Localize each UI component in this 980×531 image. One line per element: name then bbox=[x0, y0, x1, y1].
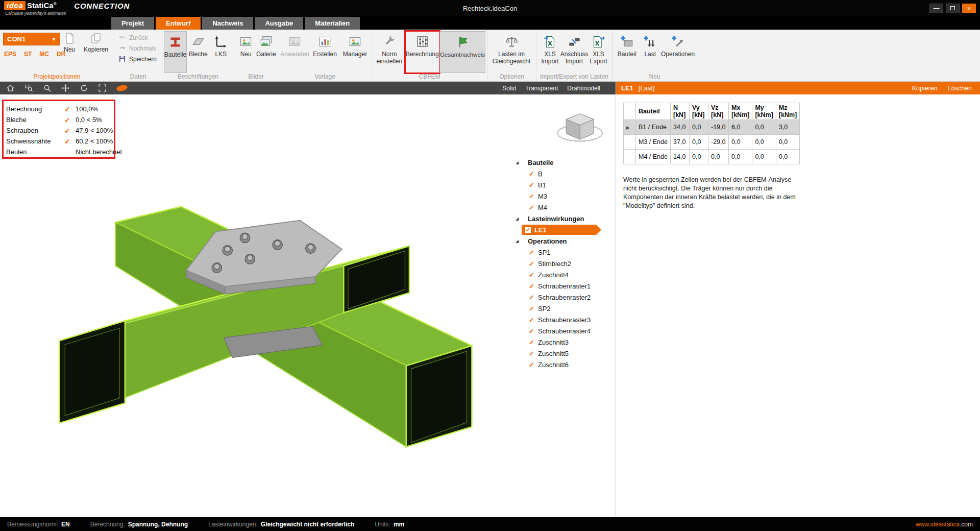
cell-n[interactable]: 37,0 bbox=[671, 135, 690, 150]
tree-item-schraubenraster4[interactable]: ✓ Schraubenraster4 bbox=[516, 325, 608, 336]
labels-lcs-button[interactable]: LKS bbox=[210, 31, 233, 73]
zoom-fit-icon[interactable] bbox=[98, 84, 107, 92]
zoom-window-icon[interactable] bbox=[24, 84, 33, 92]
overall-check-button[interactable]: Gesamtnachweis bbox=[439, 31, 485, 73]
tab-ausgabe[interactable]: Ausgabe bbox=[255, 17, 303, 30]
cell-mz[interactable]: 0,0 bbox=[776, 135, 799, 150]
redo-button[interactable]: Nochmals bbox=[116, 43, 160, 54]
viewport-3d[interactable]: Solid Transparent Drahtmodell bbox=[0, 82, 616, 517]
selected-load-banner[interactable]: ✓ LE1 bbox=[522, 225, 596, 235]
cell-bauteil[interactable]: M3 / Ende bbox=[636, 135, 671, 150]
minimize-button[interactable]: — bbox=[929, 4, 943, 13]
tree-item-stirnblech2[interactable]: ✓ Stirnblech2 bbox=[516, 258, 608, 269]
undo-button[interactable]: Zurück bbox=[116, 32, 160, 43]
checkbox-checked-icon[interactable]: ✓ bbox=[525, 227, 531, 233]
row-selector-cell[interactable] bbox=[624, 150, 636, 164]
save-button[interactable]: Speichern bbox=[116, 54, 160, 64]
cell-n[interactable]: 14,0 bbox=[671, 150, 690, 164]
template-apply-button[interactable]: Anwenden bbox=[280, 31, 310, 73]
cell-my[interactable]: 0,0 bbox=[752, 135, 776, 150]
project-item-selector[interactable]: CON1 ▼ bbox=[3, 33, 60, 45]
copy-item-button[interactable]: Kopieren bbox=[84, 32, 108, 53]
table-row[interactable]: M4 / Ende 14,0 0,0 0,0 0,0 0,0 0,0 bbox=[624, 150, 800, 164]
new-operation-button[interactable]: Operationen bbox=[660, 31, 695, 73]
delete-load-button[interactable]: Löschen bbox=[948, 85, 972, 92]
maximize-button[interactable] bbox=[946, 4, 960, 13]
new-load-button[interactable]: Last bbox=[640, 31, 660, 73]
cell-vy[interactable]: 0,0 bbox=[690, 135, 708, 150]
code-st[interactable]: ST bbox=[24, 51, 32, 58]
loads-in-equilibrium-button[interactable]: Lasten im Gleichgewicht bbox=[489, 31, 534, 73]
row-selector-cell[interactable] bbox=[624, 135, 636, 150]
expander-icon[interactable]: ◢ bbox=[516, 216, 523, 221]
cell-vz[interactable]: 0,0 bbox=[708, 150, 729, 164]
tree-section-operationen[interactable]: ◢ Operationen bbox=[516, 235, 608, 247]
expander-icon[interactable]: ◢ bbox=[516, 160, 523, 165]
cell-mz[interactable]: 3,0 bbox=[776, 120, 799, 135]
new-member-button[interactable]: Bauteil bbox=[614, 31, 640, 73]
tree-item-zuschnitt6[interactable]: ✓ Zuschnitt6 bbox=[516, 359, 608, 370]
tree-item-b1[interactable]: ✓ B1 bbox=[516, 179, 608, 190]
cell-vy[interactable]: 0,0 bbox=[690, 150, 708, 164]
gallery-button[interactable]: Galerie bbox=[256, 31, 277, 73]
home-view-icon[interactable] bbox=[6, 84, 15, 92]
tree-item-b[interactable]: ✓ B bbox=[516, 168, 608, 179]
render-style-icon[interactable] bbox=[116, 84, 128, 92]
row-selector-cell[interactable]: ▶ bbox=[624, 120, 636, 135]
table-row[interactable]: M3 / Ende 37,0 0,0 -29,0 0,0 0,0 0,0 bbox=[624, 135, 800, 150]
tree-item-zuschnitt4[interactable]: ✓ Zuschnitt4 bbox=[516, 269, 608, 280]
pan-icon[interactable] bbox=[61, 84, 70, 92]
tree-section-bauteile[interactable]: ◢ Bauteile bbox=[516, 157, 608, 168]
new-picture-button[interactable]: Neu bbox=[236, 31, 256, 73]
close-button[interactable]: × bbox=[962, 4, 976, 13]
xls-export-button[interactable]: XLS Export bbox=[586, 31, 610, 73]
template-create-button[interactable]: Erstellen bbox=[310, 31, 340, 73]
tree-item-schraubenraster3[interactable]: ✓ Schraubenraster3 bbox=[516, 314, 608, 325]
zoom-icon[interactable] bbox=[43, 84, 52, 92]
labels-members-button[interactable]: Bauteile bbox=[164, 31, 187, 73]
mode-transparent[interactable]: Transparent bbox=[525, 85, 558, 92]
tree-item-schraubenraster1[interactable]: ✓ Schraubenraster1 bbox=[516, 280, 608, 292]
labels-plates-button[interactable]: Bleche bbox=[187, 31, 210, 73]
tree-item-m3[interactable]: ✓ M3 bbox=[516, 190, 608, 202]
tree-section-lasteinwirkungen[interactable]: ◢ Lasteinwirkungen bbox=[516, 213, 608, 224]
cell-mz[interactable]: 0,0 bbox=[776, 150, 799, 164]
cell-bauteil[interactable]: B1 / Ende bbox=[636, 120, 671, 135]
expander-icon[interactable]: ◢ bbox=[516, 239, 523, 244]
copy-load-button[interactable]: Kopieren bbox=[912, 85, 938, 92]
code-mc[interactable]: MC bbox=[39, 51, 49, 58]
rotate-view-icon[interactable] bbox=[80, 84, 88, 92]
orientation-cube[interactable] bbox=[557, 114, 602, 141]
cell-vz[interactable]: -29,0 bbox=[708, 135, 729, 150]
code-setup-button[interactable]: Norm einstellen bbox=[374, 31, 405, 73]
tab-materialien[interactable]: Materialien bbox=[305, 17, 360, 30]
mode-solid[interactable]: Solid bbox=[502, 85, 516, 92]
cell-bauteil[interactable]: M4 / Ende bbox=[636, 150, 671, 164]
cell-mx[interactable]: 0,0 bbox=[729, 135, 752, 150]
template-manager-button[interactable]: Manager bbox=[340, 31, 370, 73]
tree-item-schraubenraster2[interactable]: ✓ Schraubenraster2 bbox=[516, 292, 608, 303]
cell-my[interactable]: 0,0 bbox=[752, 150, 776, 164]
connection-import-button[interactable]: Anschluss Import bbox=[562, 31, 586, 73]
cell-vz[interactable]: -19,0 bbox=[708, 120, 729, 135]
cell-mx[interactable]: 6,0 bbox=[729, 120, 752, 135]
tab-projekt[interactable]: Projekt bbox=[111, 17, 154, 30]
tree-item-sp1[interactable]: ✓ SP1 bbox=[516, 247, 608, 258]
mode-wireframe[interactable]: Drahtmodell bbox=[567, 85, 600, 92]
load-effects-table[interactable]: Bauteil N[kN] Vy[kN] Vz[kN] Mx[kNm] My[k… bbox=[623, 103, 800, 164]
calculate-button[interactable]: Berechnung bbox=[405, 31, 439, 73]
tree-item-m4[interactable]: ✓ M4 bbox=[516, 202, 608, 213]
tree-item-le1-selected[interactable]: ✓ LE1 bbox=[516, 224, 608, 235]
cell-mx[interactable]: 0,0 bbox=[729, 150, 752, 164]
xls-import-button[interactable]: XLS Import bbox=[538, 31, 562, 73]
table-row[interactable]: ▶ B1 / Ende 34,0 0,0 -19,0 6,0 0,0 3,0 bbox=[624, 120, 800, 135]
cell-n[interactable]: 34,0 bbox=[671, 120, 690, 135]
tree-item-zuschnitt3[interactable]: ✓ Zuschnitt3 bbox=[516, 336, 608, 348]
website-link[interactable]: www.ideastatica.com bbox=[916, 521, 973, 528]
new-item-button[interactable]: Neu bbox=[63, 32, 76, 53]
cell-my[interactable]: 0,0 bbox=[752, 120, 776, 135]
cell-vy[interactable]: 0,0 bbox=[690, 120, 708, 135]
tab-entwurf[interactable]: Entwurf bbox=[156, 17, 201, 30]
code-eps[interactable]: EPS bbox=[4, 51, 16, 58]
tab-nachweis[interactable]: Nachweis bbox=[202, 17, 253, 30]
